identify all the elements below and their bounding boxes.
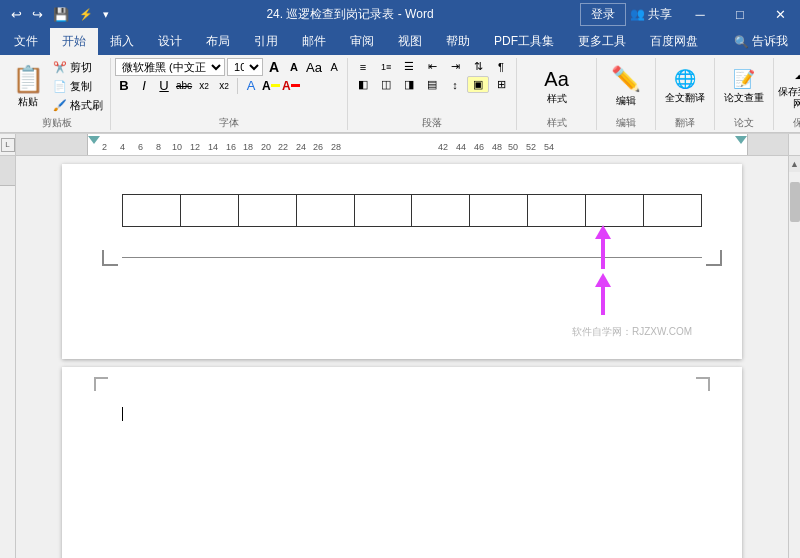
full-translate-button[interactable]: 🌐 全文翻译 bbox=[660, 58, 710, 114]
ribbon: 文件 开始 插入 设计 布局 引用 邮件 审阅 视图 帮助 PDF工具集 更多工… bbox=[0, 28, 800, 134]
underline-button[interactable]: U bbox=[155, 77, 173, 94]
para-label: 段落 bbox=[422, 116, 442, 130]
paste-area: 📋 粘贴 ✂️ 剪切 📄 复制 🖌️ 格式刷 bbox=[8, 58, 106, 114]
text-effect-button[interactable]: A bbox=[242, 77, 260, 94]
customize-icon[interactable]: ▾ bbox=[100, 6, 112, 23]
styles-label: 样式 bbox=[547, 116, 567, 130]
shading-button[interactable]: ▣ bbox=[467, 76, 489, 93]
tab-baidu[interactable]: 百度网盘 bbox=[638, 28, 710, 55]
redo-icon[interactable]: ↪ bbox=[29, 5, 46, 24]
tab-view[interactable]: 视图 bbox=[386, 28, 434, 55]
tab-mail[interactable]: 邮件 bbox=[290, 28, 338, 55]
editing-label: 编辑 bbox=[616, 116, 636, 130]
paper-review-button[interactable]: 📝 论文查重 bbox=[719, 58, 769, 114]
arrow-shaft-2 bbox=[601, 287, 605, 315]
italic-button[interactable]: I bbox=[135, 77, 153, 94]
quick-print-icon[interactable]: ⚡ bbox=[76, 6, 96, 23]
tab-design[interactable]: 设计 bbox=[146, 28, 194, 55]
table-cell bbox=[470, 195, 528, 227]
scroll-track[interactable] bbox=[789, 172, 800, 558]
text-area[interactable] bbox=[122, 407, 702, 424]
copy-button[interactable]: 📄 复制 bbox=[50, 77, 106, 95]
editing-button[interactable]: ✏️ 编辑 bbox=[601, 58, 651, 114]
tell-me[interactable]: 🔍告诉我 bbox=[722, 28, 800, 55]
para-area: ≡ 1≡ ☰ ⇤ ⇥ ⇅ ¶ ◧ ◫ ◨ ▤ ↕ ▣ bbox=[352, 58, 512, 93]
baidu-save-icon: ☁ bbox=[794, 62, 800, 84]
clear-format-button[interactable]: A bbox=[325, 58, 343, 76]
close-button[interactable]: ✕ bbox=[760, 0, 800, 28]
tab-pdf[interactable]: PDF工具集 bbox=[482, 28, 566, 55]
styles-button[interactable]: Aa 样式 bbox=[532, 58, 582, 114]
maximize-button[interactable]: □ bbox=[720, 0, 760, 28]
tab-more-tools[interactable]: 更多工具 bbox=[566, 28, 638, 55]
font-grow-button[interactable]: A bbox=[265, 58, 283, 76]
corner-mark-tl bbox=[94, 377, 108, 391]
paste-button[interactable]: 📋 粘贴 bbox=[8, 58, 48, 114]
align-center-button[interactable]: ◫ bbox=[375, 76, 397, 93]
scroll-up-button[interactable]: ▲ bbox=[789, 156, 801, 172]
format-painter-button[interactable]: 🖌️ 格式刷 bbox=[50, 96, 106, 114]
save-baidu-button[interactable]: ☁ 保存到百度网盘 bbox=[778, 58, 800, 114]
increase-indent-button[interactable]: ⇥ bbox=[444, 58, 466, 75]
login-button[interactable]: 登录 bbox=[580, 3, 626, 26]
multilevel-list-button[interactable]: ☰ bbox=[398, 58, 420, 75]
minimize-button[interactable]: ─ bbox=[680, 0, 720, 28]
table-cell bbox=[586, 195, 644, 227]
ribbon-tabs: 文件 开始 插入 设计 布局 引用 邮件 审阅 视图 帮助 PDF工具集 更多工… bbox=[0, 28, 800, 55]
translate-label: 翻译 bbox=[675, 116, 695, 130]
align-right-button[interactable]: ◨ bbox=[398, 76, 420, 93]
tab-help[interactable]: 帮助 bbox=[434, 28, 482, 55]
font-label: 字体 bbox=[219, 116, 239, 130]
strikethrough-button[interactable]: abc bbox=[175, 77, 193, 94]
highlight-button[interactable]: A bbox=[262, 77, 280, 94]
ruler-indent-marker[interactable] bbox=[88, 136, 100, 144]
tab-review[interactable]: 审阅 bbox=[338, 28, 386, 55]
tab-references[interactable]: 引用 bbox=[242, 28, 290, 55]
document-scroll-area[interactable]: 软件自学网：RJZXW.COM bbox=[16, 156, 788, 558]
subscript-button[interactable]: x2 bbox=[195, 77, 213, 94]
bold-button[interactable]: B bbox=[115, 77, 133, 94]
clipboard-label: 剪贴板 bbox=[42, 116, 72, 130]
tab-layout[interactable]: 布局 bbox=[194, 28, 242, 55]
scroll-thumb[interactable] bbox=[790, 182, 800, 222]
clipboard-buttons: 📋 粘贴 ✂️ 剪切 📄 复制 🖌️ 格式刷 bbox=[8, 58, 106, 114]
border-button[interactable]: ⊞ bbox=[490, 76, 512, 93]
share-button[interactable]: 👥 共享 bbox=[630, 6, 672, 23]
doc-area-wrapper: 软件自学网：RJZXW.COM ▲ bbox=[0, 156, 800, 558]
text-cursor bbox=[122, 407, 123, 421]
paste-icon: 📋 bbox=[12, 64, 44, 95]
page-1-content: 软件自学网：RJZXW.COM bbox=[62, 164, 742, 359]
page-2[interactable] bbox=[62, 367, 742, 558]
font-group: 微软雅黑 (中文正文) 10 A A Aa A B I U bbox=[111, 58, 348, 130]
editing-group: ✏️ 编辑 编辑 bbox=[597, 58, 656, 130]
font-row2: B I U abc x2 x2 A A A bbox=[115, 77, 343, 94]
undo-icon[interactable]: ↩ bbox=[8, 5, 25, 24]
superscript-button[interactable]: x2 bbox=[215, 77, 233, 94]
font-shrink-button[interactable]: A bbox=[285, 58, 303, 76]
show-marks-button[interactable]: ¶ bbox=[490, 58, 512, 75]
font-name-select[interactable]: 微软雅黑 (中文正文) bbox=[115, 58, 225, 76]
clipboard-small: ✂️ 剪切 📄 复制 🖌️ 格式刷 bbox=[50, 58, 106, 114]
ruler-right-indent-marker[interactable] bbox=[735, 136, 747, 144]
bullets-button[interactable]: ≡ bbox=[352, 58, 374, 75]
sort-button[interactable]: ⇅ bbox=[467, 58, 489, 75]
font-color-button[interactable]: A bbox=[282, 77, 300, 94]
editing-icon: ✏️ bbox=[611, 65, 641, 93]
corner-mark-br bbox=[706, 250, 722, 266]
scroll-corner bbox=[788, 134, 800, 156]
tab-file[interactable]: 文件 bbox=[2, 28, 50, 55]
arrow-shaft-1 bbox=[601, 239, 605, 269]
table-row bbox=[123, 195, 702, 227]
save-icon[interactable]: 💾 bbox=[50, 5, 72, 24]
align-left-button[interactable]: ◧ bbox=[352, 76, 374, 93]
change-case-button[interactable]: Aa bbox=[305, 58, 323, 76]
tab-stop-icon[interactable]: L bbox=[1, 138, 15, 152]
decrease-indent-button[interactable]: ⇤ bbox=[421, 58, 443, 75]
cut-button[interactable]: ✂️ 剪切 bbox=[50, 58, 106, 76]
tab-insert[interactable]: 插入 bbox=[98, 28, 146, 55]
justify-button[interactable]: ▤ bbox=[421, 76, 443, 93]
numbered-list-button[interactable]: 1≡ bbox=[375, 58, 397, 75]
line-spacing-button[interactable]: ↕ bbox=[444, 76, 466, 93]
font-size-select[interactable]: 10 bbox=[227, 58, 263, 76]
tab-start[interactable]: 开始 bbox=[50, 28, 98, 55]
